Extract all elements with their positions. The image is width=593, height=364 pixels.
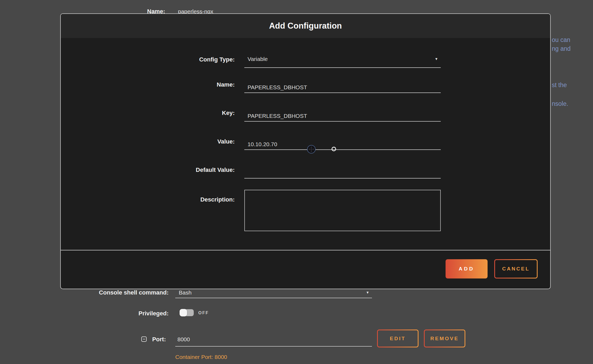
chevron-down-icon: ▼ [435, 57, 438, 61]
add-button-label: ADD [459, 266, 474, 272]
footer-divider [61, 250, 550, 250]
cancel-button[interactable]: CANCEL [494, 259, 538, 278]
edit-button[interactable]: EDIT [377, 330, 419, 347]
key-label: Key: [61, 109, 235, 117]
clipped-help-text-line: ng and [552, 45, 571, 52]
dialog-header: Add Configuration [61, 14, 550, 38]
click-ring-icon [332, 147, 336, 151]
config-type-label: Config Type: [61, 56, 235, 64]
port-underline [175, 346, 372, 347]
default-value-label: Default Value: [61, 166, 235, 174]
config-type-select[interactable]: Variable ▼ [244, 56, 441, 68]
clipped-help-text-line: st the [552, 82, 567, 88]
description-label: Description: [61, 196, 235, 204]
key-input[interactable] [244, 113, 441, 122]
privileged-label: Privileged: [0, 310, 169, 317]
console-shell-label: Console shell command: [0, 289, 169, 296]
name-label: Name: [61, 81, 235, 89]
privileged-toggle[interactable] [180, 309, 194, 316]
value-input[interactable] [244, 141, 441, 150]
clipped-help-text-line: ou can [552, 36, 570, 43]
default-value-input[interactable] [244, 169, 441, 179]
cancel-button-label: CANCEL [495, 260, 537, 278]
console-shell-underline [175, 298, 372, 298]
console-shell-select[interactable]: Bash ▼ [175, 289, 372, 297]
move-cursor-icon [307, 145, 316, 154]
console-shell-value: Bash [175, 289, 192, 296]
dialog-title: Add Configuration [269, 21, 342, 31]
port-label: Port: [0, 336, 166, 343]
screen: Name: paperless-ngx ou can ng and st the… [0, 0, 593, 364]
remove-button[interactable]: REMOVE [424, 330, 465, 347]
edit-button-label: EDIT [378, 330, 418, 347]
value-label: Value: [61, 138, 235, 146]
port-value[interactable]: 8000 [177, 336, 190, 343]
add-configuration-dialog: Add Configuration Config Type: Variable … [60, 13, 551, 289]
container-port-text: Container Port: 8000 [175, 354, 227, 360]
remove-button-label: REMOVE [425, 330, 465, 347]
toggle-knob [180, 309, 187, 316]
chevron-down-icon: ▼ [366, 291, 369, 294]
config-type-value: Variable [248, 56, 268, 62]
description-textarea[interactable] [244, 190, 441, 231]
privileged-state: OFF [198, 311, 209, 315]
name-input[interactable] [244, 84, 441, 93]
add-button[interactable]: ADD [446, 259, 488, 278]
clipped-help-text-line: nsole. [552, 100, 568, 107]
